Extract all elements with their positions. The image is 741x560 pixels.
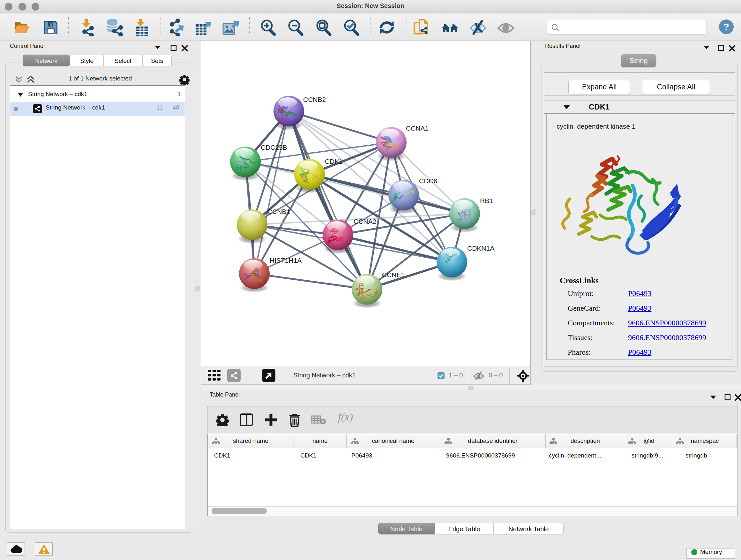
svg-text:CDKN1A: CDKN1A <box>467 245 494 252</box>
svg-text:HIST1H1A: HIST1H1A <box>270 257 301 264</box>
svg-text:CCNA1: CCNA1 <box>406 125 428 132</box>
svg-text:CCNB1: CCNB1 <box>267 208 290 215</box>
svg-text:RB1: RB1 <box>480 197 493 204</box>
svg-text:CCNE1: CCNE1 <box>382 271 405 278</box>
svg-text:CDK1: CDK1 <box>325 158 343 165</box>
svg-text:CDC25B: CDC25B <box>261 144 287 151</box>
svg-text:CDC6: CDC6 <box>419 177 437 185</box>
svg-text:CCNB2: CCNB2 <box>303 96 326 103</box>
svg-text:CCNA2: CCNA2 <box>354 218 376 225</box>
